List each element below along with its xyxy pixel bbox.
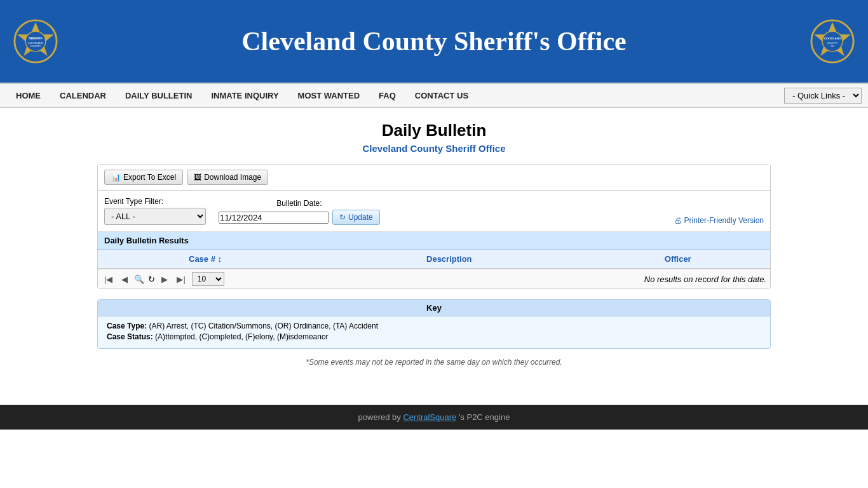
sheriff-badge-left: SHERIFF CLEVELAND COUNTY: [13, 18, 58, 64]
bulletin-toolbar: 📊 Export To Excel 🖼 Download Image: [98, 165, 770, 191]
key-title: Key: [98, 300, 770, 316]
nav-most-wanted[interactable]: MOST WANTED: [288, 83, 370, 108]
county-seal-right: CLEVELAND COUNTY NC: [810, 18, 855, 64]
export-excel-button[interactable]: 📊 Export To Excel: [104, 170, 183, 185]
site-header: SHERIFF CLEVELAND COUNTY Cleveland Count…: [0, 0, 868, 83]
printer-icon: 🖨: [674, 216, 682, 225]
svg-text:CLEVELAND: CLEVELAND: [28, 41, 43, 44]
table-header-row: Case # ↕ Description Officer: [98, 250, 770, 269]
printer-friendly-link[interactable]: 🖨 Printer-Friendly Version: [674, 216, 764, 225]
event-type-label: Event Type Filter:: [104, 197, 206, 206]
col-case-number: Case # ↕: [98, 250, 313, 269]
svg-text:CLEVELAND: CLEVELAND: [824, 37, 841, 40]
excel-icon: 📊: [111, 173, 121, 182]
navbar: HOME CALENDAR DAILY BULLETIN INMATE INQU…: [0, 83, 868, 108]
download-image-button[interactable]: 🖼 Download Image: [187, 170, 268, 185]
page-subtitle: Cleveland County Sheriff Office: [97, 143, 771, 154]
last-page-button[interactable]: ▶|: [174, 273, 187, 285]
page-title: Daily Bulletin: [97, 121, 771, 140]
col-officer: Officer: [585, 250, 770, 269]
results-header: Daily Bulletin Results: [98, 232, 770, 250]
quick-links-select[interactable]: - Quick Links -: [784, 88, 862, 104]
key-box: Key Case Type: (AR) Arrest, (TC) Citatio…: [97, 299, 771, 349]
download-label: Download Image: [204, 173, 261, 182]
case-type-label: Case Type:: [107, 322, 147, 330]
no-results-text: No results on record for this date.: [228, 274, 766, 284]
nav-home[interactable]: HOME: [6, 83, 50, 108]
update-label: Update: [348, 213, 373, 222]
footer: powered by CentralSquare 's P2C engine: [0, 405, 868, 430]
nav-calendar[interactable]: CALENDAR: [50, 83, 116, 108]
footer-link[interactable]: CentralSquare: [403, 412, 456, 422]
export-label: Export To Excel: [123, 173, 176, 182]
case-type-line: Case Type: (AR) Arrest, (TC) Citation/Su…: [107, 322, 761, 330]
quick-links-wrapper: - Quick Links -: [784, 88, 862, 104]
search-icon-small: 🔍: [134, 274, 144, 284]
nav-contact-us[interactable]: CONTACT US: [405, 83, 478, 108]
bulletin-date-label: Bulletin Date:: [276, 199, 322, 208]
refresh-icon-small: ↻: [148, 274, 155, 284]
key-content: Case Type: (AR) Arrest, (TC) Citation/Su…: [98, 316, 770, 348]
footer-text: powered by: [358, 412, 401, 422]
event-type-select[interactable]: - ALL - Arrest Citation/Summons Ordinanc…: [104, 208, 206, 225]
bulletin-table: Case # ↕ Description Officer: [98, 250, 770, 269]
site-title: Cleveland County Sheriff's Office: [58, 26, 810, 57]
update-button[interactable]: ↻ Update: [332, 210, 380, 225]
prev-page-button[interactable]: ◀: [119, 273, 130, 285]
nav-inmate-inquiry[interactable]: INMATE INQUIRY: [201, 83, 288, 108]
case-status-label: Case Status:: [107, 332, 153, 341]
nav-faq[interactable]: FAQ: [369, 83, 405, 108]
pagination-row: |◀ ◀ 🔍 ↻ ▶ ▶| 10 25 50 100 No results on…: [98, 269, 770, 288]
event-type-group: Event Type Filter: - ALL - Arrest Citati…: [104, 197, 206, 225]
main-content: Daily Bulletin Cleveland County Sheriff …: [85, 108, 783, 379]
svg-text:COUNTY: COUNTY: [827, 41, 838, 44]
per-page-select[interactable]: 10 25 50 100: [192, 272, 224, 286]
next-page-button[interactable]: ▶: [159, 273, 170, 285]
printer-friendly-label: Printer-Friendly Version: [684, 216, 764, 225]
svg-text:NC: NC: [831, 45, 834, 48]
bulletin-box: 📊 Export To Excel 🖼 Download Image Event…: [97, 164, 771, 289]
bulletin-date-input[interactable]: 11/12/2024: [219, 212, 329, 224]
col-description: Description: [313, 250, 585, 269]
svg-text:COUNTY: COUNTY: [31, 44, 41, 48]
date-row: 11/12/2024 ↻ Update: [219, 210, 380, 225]
svg-text:SHERIFF: SHERIFF: [29, 36, 43, 40]
footer-suffix: 's P2C engine: [459, 412, 510, 422]
nav-daily-bulletin[interactable]: DAILY BULLETIN: [116, 83, 201, 108]
case-status-value: (A)ttempted, (C)ompleted, (F)elony, (M)i…: [155, 332, 329, 341]
refresh-icon: ↻: [339, 213, 346, 222]
filter-row: Event Type Filter: - ALL - Arrest Citati…: [98, 191, 770, 232]
download-icon: 🖼: [194, 173, 201, 182]
bulletin-date-group: Bulletin Date: 11/12/2024 ↻ Update: [219, 199, 380, 225]
case-status-line: Case Status: (A)ttempted, (C)ompleted, (…: [107, 332, 761, 341]
case-type-value: (AR) Arrest, (TC) Citation/Summons, (OR)…: [149, 322, 378, 330]
disclaimer: *Some events may not be reported in the …: [97, 358, 771, 367]
nav-items: HOME CALENDAR DAILY BULLETIN INMATE INQU…: [6, 83, 784, 108]
first-page-button[interactable]: |◀: [102, 273, 115, 285]
